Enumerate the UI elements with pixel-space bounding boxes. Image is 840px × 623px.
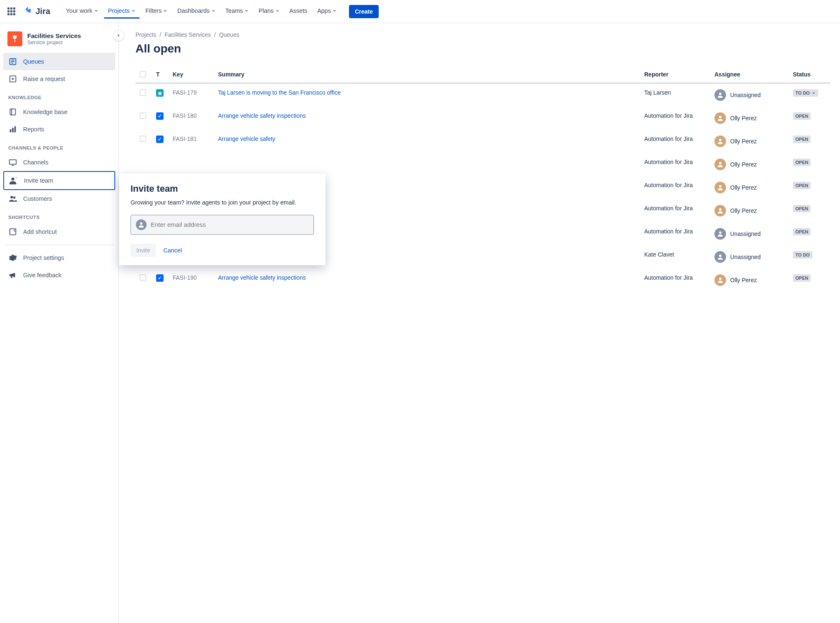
- svg-point-17: [719, 231, 721, 234]
- nav-item-filters[interactable]: Filters: [141, 4, 171, 19]
- book-icon: [8, 107, 17, 117]
- avatar: [714, 136, 726, 147]
- row-checkbox[interactable]: [140, 136, 146, 142]
- issue-summary-link[interactable]: Arrange vehicle safety inspections: [218, 112, 306, 119]
- nav-item-teams[interactable]: Teams: [221, 4, 253, 19]
- breadcrumb-item[interactable]: Projects: [135, 31, 157, 38]
- project-title: Facilities Services: [27, 32, 81, 39]
- sidebar-item-knowledge-base[interactable]: Knowledge base: [3, 103, 115, 121]
- breadcrumb-item[interactable]: Facilities Services: [164, 31, 211, 38]
- issue-summary-link[interactable]: Arrange vehicle safety inspections: [218, 274, 306, 281]
- row-checkbox[interactable]: [140, 112, 146, 119]
- email-input[interactable]: [151, 221, 308, 228]
- svg-rect-5: [14, 126, 16, 133]
- reporter: Automation for Jira: [640, 199, 710, 222]
- avatar: [714, 112, 726, 124]
- issue-key[interactable]: FASI-179: [168, 83, 214, 107]
- jira-logo[interactable]: Jira: [23, 7, 50, 17]
- avatar: [714, 274, 726, 286]
- nav-item-assets[interactable]: Assets: [285, 4, 312, 19]
- assignee-name: Olly Perez: [730, 184, 757, 191]
- issue-type-icon: [156, 112, 164, 120]
- issue-key[interactable]: FASI-180: [168, 107, 214, 130]
- status-badge[interactable]: OPEN: [793, 228, 811, 235]
- shortcut-plus-icon: [8, 227, 17, 236]
- unassigned-avatar-icon: [714, 251, 726, 263]
- status-badge[interactable]: TO DO: [793, 89, 818, 97]
- svg-point-9: [13, 197, 15, 199]
- status-badge[interactable]: OPEN: [793, 159, 811, 166]
- popover-title: Invite team: [131, 183, 314, 194]
- svg-point-12: [719, 116, 721, 118]
- status-badge[interactable]: TO DO: [793, 251, 812, 259]
- sidebar-section-shortcuts: SHORTCUTS: [3, 207, 115, 223]
- project-header: Facilities Services Service project: [3, 30, 115, 53]
- status-badge[interactable]: OPEN: [793, 112, 811, 120]
- column-header[interactable]: Summary: [214, 67, 640, 83]
- row-checkbox[interactable]: [140, 89, 146, 96]
- people-icon: [8, 194, 17, 203]
- column-header[interactable]: Reporter: [640, 67, 710, 83]
- assignee-name: Olly Perez: [730, 277, 757, 283]
- nav-item-your-work[interactable]: Your work: [62, 4, 102, 19]
- sidebar-item-invite-team[interactable]: Invite team: [3, 171, 115, 190]
- assignee-name: Olly Perez: [730, 138, 757, 145]
- project-avatar-icon: [7, 31, 22, 46]
- column-header[interactable]: Assignee: [710, 67, 789, 83]
- jira-brand-text: Jira: [36, 7, 50, 16]
- plus-box-icon: [8, 74, 17, 83]
- jira-mark-icon: [23, 7, 33, 17]
- reporter: Automation for Jira: [640, 153, 710, 176]
- status-badge[interactable]: OPEN: [793, 274, 811, 282]
- svg-rect-2: [10, 109, 16, 115]
- cancel-button[interactable]: Cancel: [163, 247, 182, 254]
- create-button[interactable]: Create: [349, 5, 379, 18]
- svg-point-19: [719, 278, 721, 280]
- sidebar-item-queues[interactable]: Queues: [3, 53, 115, 70]
- sidebar-item-add-shortcut[interactable]: Add shortcut: [3, 223, 115, 240]
- person-plus-icon: [9, 176, 18, 185]
- sidebar-item-give-feedback[interactable]: Give feedback: [3, 266, 115, 284]
- issue-key[interactable]: FASI-190: [168, 269, 214, 292]
- sidebar-item-project-settings[interactable]: Project settings: [3, 249, 115, 266]
- breadcrumb-item[interactable]: Queues: [219, 31, 239, 38]
- issue-key[interactable]: [168, 153, 214, 176]
- column-header[interactable]: [135, 67, 152, 83]
- nav-item-dashboards[interactable]: Dashboards: [173, 4, 219, 19]
- sidebar-item-raise-a-request[interactable]: Raise a request: [3, 70, 115, 88]
- assignee-name: Olly Perez: [730, 161, 757, 168]
- sidebar-item-customers[interactable]: Customers: [3, 190, 115, 207]
- sidebar-item-reports[interactable]: Reports: [3, 121, 115, 138]
- sidebar-item-channels[interactable]: Channels: [3, 154, 115, 171]
- status-badge[interactable]: OPEN: [793, 205, 811, 212]
- table-row: FASI-190Arrange vehicle safety inspectio…: [135, 269, 830, 292]
- column-header[interactable]: Key: [168, 67, 214, 83]
- issue-summary-link[interactable]: Taj Larsen is moving to the San Francisc…: [218, 89, 341, 96]
- sidebar: Facilities Services Service project Queu…: [0, 23, 119, 623]
- popover-body: Growing your team? Invite agents to join…: [131, 198, 314, 207]
- invite-button[interactable]: Invite: [131, 244, 156, 257]
- status-badge[interactable]: OPEN: [793, 182, 811, 189]
- column-header[interactable]: Status: [789, 67, 830, 83]
- sidebar-item-label: Raise a request: [23, 76, 65, 82]
- sidebar-item-label: Knowledge base: [23, 109, 67, 115]
- email-input-wrapper[interactable]: [131, 215, 314, 235]
- table-row: FASI-181Arrange vehicle safetyAutomation…: [135, 130, 830, 153]
- reporter: Automation for Jira: [640, 176, 710, 199]
- sidebar-item-label: Invite team: [24, 177, 53, 184]
- column-header[interactable]: T: [152, 67, 168, 83]
- reporter: Automation for Jira: [640, 130, 710, 153]
- row-checkbox[interactable]: [140, 274, 146, 281]
- issue-summary-link[interactable]: Arrange vehicle safety: [218, 136, 275, 142]
- status-badge[interactable]: OPEN: [793, 136, 811, 143]
- app-switcher-icon[interactable]: [7, 7, 17, 17]
- nav-item-plans[interactable]: Plans: [254, 4, 283, 19]
- bar-chart-icon: [8, 125, 17, 134]
- top-navigation: Jira Your workProjectsFiltersDashboardsT…: [0, 0, 840, 23]
- reporter: Automation for Jira: [640, 269, 710, 292]
- select-all-checkbox[interactable]: [140, 71, 146, 78]
- nav-item-apps[interactable]: Apps: [313, 4, 341, 19]
- issue-key[interactable]: FASI-181: [168, 130, 214, 153]
- nav-item-projects[interactable]: Projects: [104, 4, 140, 19]
- issue-type-icon: [156, 274, 164, 282]
